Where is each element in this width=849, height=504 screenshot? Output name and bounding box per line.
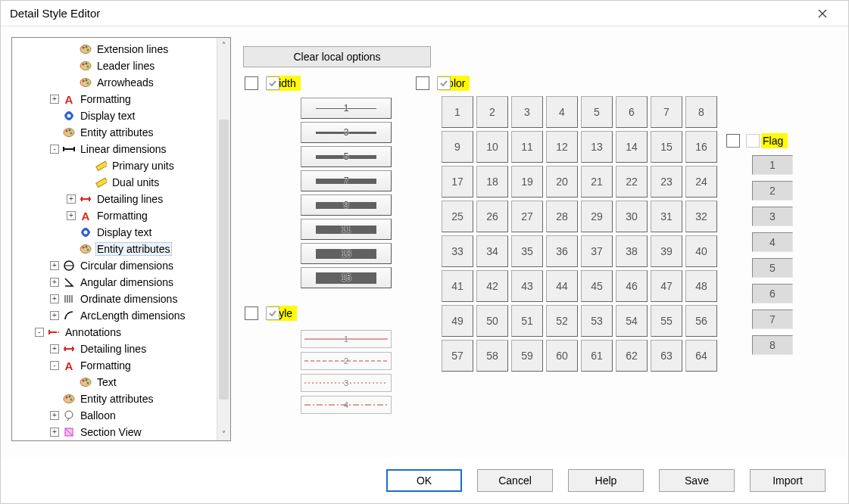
color-swatch-14[interactable]: 14 [616, 131, 648, 163]
color-swatch-11[interactable]: 11 [511, 131, 543, 163]
style-option-2[interactable]: 2 [301, 352, 392, 370]
color-swatch-54[interactable]: 54 [616, 305, 648, 337]
color-swatch-63[interactable]: 63 [651, 340, 682, 372]
style-option-1[interactable]: 1 [301, 330, 392, 348]
color-swatch-42[interactable]: 42 [476, 270, 508, 302]
color-inner-checkbox[interactable] [437, 76, 451, 90]
tree-item[interactable]: +Balloon [14, 407, 229, 424]
color-swatch-3[interactable]: 3 [511, 96, 543, 128]
tree-expand-icon[interactable]: + [50, 411, 59, 420]
color-swatch-37[interactable]: 37 [581, 235, 613, 267]
tree-item[interactable]: Entity attributes [14, 390, 229, 407]
color-swatch-61[interactable]: 61 [581, 340, 613, 372]
tree-expand-icon[interactable]: + [50, 294, 59, 303]
color-swatch-28[interactable]: 28 [546, 201, 578, 232]
close-button[interactable] [806, 2, 839, 25]
tree-item[interactable]: Entity attributes [14, 241, 229, 257]
color-swatch-36[interactable]: 36 [546, 235, 578, 267]
save-button[interactable]: Save [659, 469, 735, 492]
color-outer-checkbox[interactable] [416, 76, 429, 90]
color-swatch-30[interactable]: 30 [616, 201, 648, 232]
tree-expand-icon[interactable]: + [50, 428, 59, 437]
color-swatch-60[interactable]: 60 [546, 340, 578, 372]
tree-item[interactable]: Display text [14, 224, 229, 241]
color-swatch-15[interactable]: 15 [651, 131, 682, 163]
tree-item[interactable]: Extension lines [14, 41, 229, 58]
color-swatch-38[interactable]: 38 [616, 235, 648, 267]
color-swatch-31[interactable]: 31 [651, 201, 682, 232]
color-swatch-53[interactable]: 53 [581, 305, 613, 337]
flag-option-8[interactable]: 8 [752, 335, 793, 355]
width-inner-checkbox[interactable] [266, 76, 279, 90]
color-swatch-13[interactable]: 13 [581, 131, 613, 163]
width-option-13[interactable]: 13 [301, 243, 392, 264]
color-swatch-34[interactable]: 34 [476, 235, 508, 267]
color-swatch-32[interactable]: 32 [685, 201, 717, 232]
tree-item[interactable]: +AFormatting [14, 207, 229, 224]
width-option-3[interactable]: 3 [301, 122, 392, 143]
color-swatch-2[interactable]: 2 [476, 96, 508, 128]
flag-option-7[interactable]: 7 [752, 310, 793, 329]
width-option-7[interactable]: 7 [301, 170, 392, 191]
color-swatch-20[interactable]: 20 [546, 166, 578, 198]
tree-expand-icon[interactable]: + [50, 344, 59, 353]
color-swatch-47[interactable]: 47 [651, 270, 682, 302]
color-swatch-58[interactable]: 58 [476, 340, 508, 372]
flag-inner-checkbox[interactable] [746, 134, 760, 148]
color-swatch-26[interactable]: 26 [476, 201, 508, 232]
cancel-button[interactable]: Cancel [477, 469, 553, 492]
width-option-1[interactable]: 1 [301, 98, 392, 119]
color-swatch-24[interactable]: 24 [685, 166, 717, 198]
width-option-5[interactable]: 5 [301, 146, 392, 167]
tree-expand-icon[interactable]: + [50, 278, 59, 287]
tree-item[interactable]: Entity attributes [14, 124, 229, 141]
color-swatch-27[interactable]: 27 [511, 201, 543, 232]
flag-option-3[interactable]: 3 [752, 207, 793, 226]
color-swatch-29[interactable]: 29 [581, 201, 613, 232]
color-swatch-44[interactable]: 44 [546, 270, 578, 302]
color-swatch-49[interactable]: 49 [442, 305, 473, 337]
color-swatch-19[interactable]: 19 [511, 166, 543, 198]
scroll-down-icon[interactable]: ˅ [217, 427, 230, 440]
color-swatch-33[interactable]: 33 [442, 235, 473, 267]
color-swatch-5[interactable]: 5 [581, 96, 613, 128]
width-option-9[interactable]: 9 [301, 194, 392, 216]
color-swatch-10[interactable]: 10 [476, 131, 508, 163]
color-swatch-22[interactable]: 22 [616, 166, 648, 198]
color-swatch-17[interactable]: 17 [442, 166, 473, 198]
tree-item[interactable]: Primary units [14, 157, 229, 174]
tree-expand-icon[interactable]: + [50, 261, 59, 270]
tree-item[interactable]: -Annotations [14, 324, 229, 341]
color-swatch-48[interactable]: 48 [685, 270, 717, 302]
style-option-4[interactable]: 4 [301, 396, 392, 414]
color-swatch-39[interactable]: 39 [651, 235, 682, 267]
color-swatch-8[interactable]: 8 [685, 96, 717, 128]
tree-scrollbar[interactable]: ˄ ˅ [217, 38, 230, 440]
tree-expand-icon[interactable]: - [35, 328, 44, 337]
color-swatch-18[interactable]: 18 [476, 166, 508, 198]
color-swatch-40[interactable]: 40 [685, 235, 717, 267]
flag-option-4[interactable]: 4 [752, 232, 793, 252]
flag-option-2[interactable]: 2 [752, 181, 793, 201]
tree-item[interactable]: +Circular dimensions [14, 257, 229, 274]
color-swatch-35[interactable]: 35 [511, 235, 543, 267]
style-outer-checkbox[interactable] [245, 306, 258, 320]
tree-item[interactable]: +Section View [14, 424, 229, 440]
flag-option-6[interactable]: 6 [752, 284, 793, 303]
tree-item[interactable]: +Ordinate dimensions [14, 291, 229, 307]
color-swatch-1[interactable]: 1 [442, 96, 473, 128]
tree-item[interactable]: +ArcLength dimensions [14, 307, 229, 324]
tree-body[interactable]: Extension linesLeader linesArrowheads+AF… [12, 38, 230, 441]
color-swatch-51[interactable]: 51 [511, 305, 543, 337]
color-swatch-56[interactable]: 56 [685, 305, 717, 337]
tree-item[interactable]: Display text [14, 107, 229, 124]
import-button[interactable]: Import [750, 469, 826, 492]
ok-button[interactable]: OK [386, 469, 462, 492]
tree-item[interactable]: Leader lines [14, 58, 229, 74]
tree-item[interactable]: +Angular dimensions [14, 274, 229, 291]
tree-item[interactable]: Dual units [14, 174, 229, 191]
color-swatch-50[interactable]: 50 [476, 305, 508, 337]
clear-local-options-button[interactable]: Clear local options [243, 46, 431, 67]
width-outer-checkbox[interactable] [245, 76, 258, 90]
tree-item[interactable]: +Detailing lines [14, 191, 229, 207]
